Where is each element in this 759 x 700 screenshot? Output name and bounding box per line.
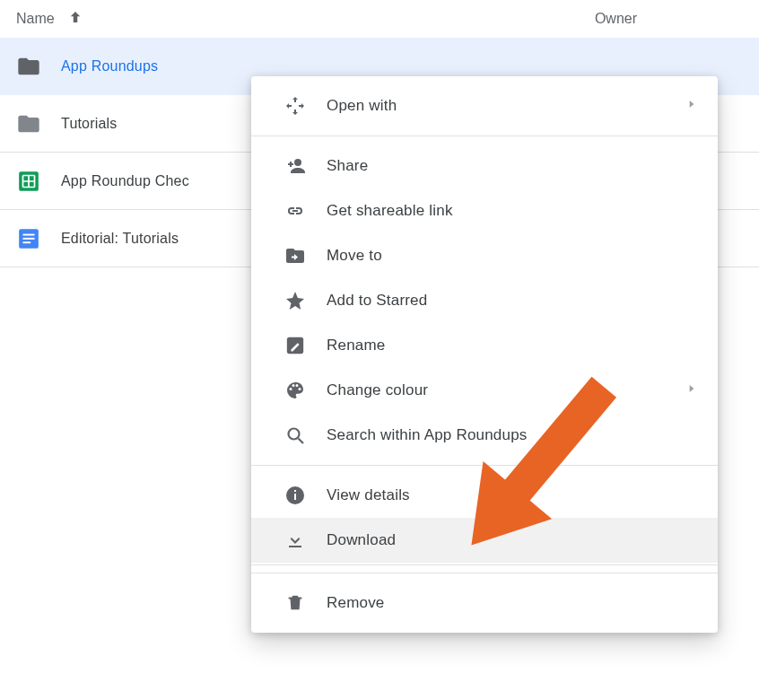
menu-label: Move to [327, 247, 382, 265]
folder-icon [16, 111, 41, 136]
menu-search-within[interactable]: Search within App Roundups [251, 413, 718, 458]
menu-view-details[interactable]: View details [251, 473, 718, 518]
sheets-icon [16, 169, 41, 194]
star-icon [284, 289, 307, 312]
person-add-icon [284, 154, 307, 178]
link-icon [284, 199, 307, 223]
menu-label: Remove [327, 594, 385, 612]
chevron-right-icon [685, 381, 698, 399]
svg-point-7 [289, 429, 300, 440]
move-folder-icon [284, 244, 307, 267]
search-icon [284, 424, 307, 447]
trash-icon [284, 591, 307, 615]
menu-divider [251, 564, 718, 565]
menu-label: Open with [327, 97, 397, 115]
menu-rename[interactable]: Rename [251, 323, 718, 368]
column-name[interactable]: Name [16, 9, 83, 28]
column-owner-label: Owner [595, 11, 637, 26]
menu-share[interactable]: Share [251, 144, 718, 188]
menu-label: Search within App Roundups [327, 426, 528, 444]
svg-point-5 [294, 159, 301, 166]
column-name-label: Name [16, 11, 55, 27]
file-label: App Roundup Chec [61, 173, 189, 189]
rename-icon [284, 334, 307, 357]
menu-label: Download [327, 531, 396, 549]
menu-open-with[interactable]: Open with [251, 83, 718, 128]
svg-rect-3 [23, 237, 35, 239]
svg-rect-4 [23, 241, 31, 243]
file-label: Editorial: Tutorials [61, 231, 179, 247]
svg-rect-10 [294, 494, 296, 500]
list-header: Name Owner [0, 0, 759, 37]
menu-remove[interactable]: Remove [251, 581, 718, 626]
menu-label: View details [327, 486, 410, 504]
menu-divider [251, 465, 718, 466]
svg-line-8 [299, 439, 304, 444]
menu-get-link[interactable]: Get shareable link [251, 188, 718, 233]
menu-divider [251, 136, 718, 136]
menu-download[interactable]: Download [251, 518, 718, 563]
palette-icon [284, 379, 307, 402]
menu-label: Add to Starred [327, 292, 427, 310]
svg-rect-11 [294, 490, 296, 492]
svg-rect-2 [23, 233, 35, 235]
menu-move-to[interactable]: Move to [251, 233, 718, 278]
column-owner[interactable]: Owner [595, 11, 745, 27]
file-label: App Roundups [61, 58, 158, 74]
menu-add-starred[interactable]: Add to Starred [251, 278, 718, 323]
sort-arrow-up-icon [67, 9, 83, 28]
context-menu: Open with Share Get shareable link Move … [251, 76, 718, 633]
menu-label: Get shareable link [327, 202, 453, 220]
menu-divider [251, 573, 718, 573]
menu-change-colour[interactable]: Change colour [251, 368, 718, 413]
folder-icon [16, 54, 41, 79]
open-with-icon [284, 94, 307, 118]
chevron-right-icon [685, 97, 698, 115]
menu-label: Change colour [327, 381, 428, 399]
info-icon [284, 484, 307, 507]
download-icon [284, 529, 307, 552]
menu-label: Share [327, 157, 368, 175]
docs-icon [16, 226, 41, 251]
file-label: Tutorials [61, 116, 118, 132]
menu-label: Rename [327, 337, 385, 354]
